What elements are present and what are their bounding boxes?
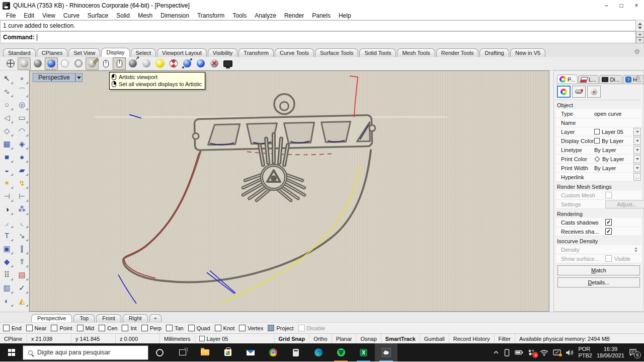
move-icon[interactable]: ↘ <box>16 229 29 242</box>
artistic-viewport-icon[interactable] <box>113 57 126 70</box>
status-segment[interactable]: SmartTrack <box>381 334 420 343</box>
mail-button[interactable] <box>239 343 262 361</box>
join-icon[interactable]: ◑ <box>1 203 14 215</box>
rendered-all-viewports-icon[interactable] <box>126 57 139 70</box>
excel-button[interactable] <box>352 343 375 361</box>
trim-icon[interactable]: ⊣ <box>1 190 14 202</box>
toolbar-tab[interactable]: Set View <box>68 48 100 57</box>
text-object-icon[interactable]: T <box>1 229 14 242</box>
property-value[interactable]: Layer 05 <box>594 129 633 135</box>
ellipsis-button[interactable]: ... <box>633 173 641 181</box>
scroll-down-icon[interactable] <box>638 27 642 29</box>
rhino-taskbar-button[interactable] <box>375 343 397 361</box>
toolbar-tab[interactable]: CPlanes <box>37 48 68 57</box>
spotlight-icon[interactable]: ◭ <box>16 295 29 307</box>
dropdown-button[interactable] <box>633 146 641 154</box>
teams-icon[interactable]: 3 <box>528 349 535 356</box>
store-button[interactable] <box>216 343 239 361</box>
dropdown-button[interactable] <box>633 164 641 172</box>
menu-item[interactable]: Panels <box>308 12 335 20</box>
match-button[interactable]: Match <box>557 265 640 275</box>
start-button[interactable] <box>0 343 23 361</box>
taskbar-search-input[interactable]: Digite aqui para pesquisar <box>23 345 148 360</box>
osnap-checkbox[interactable] <box>298 325 305 331</box>
osnap-checkbox[interactable] <box>77 325 84 331</box>
panel-gear-icon[interactable]: ⚙ <box>635 75 640 82</box>
clock[interactable]: 16:39 18/06/2021 <box>597 346 624 359</box>
viewport-tab[interactable]: Top <box>73 314 95 322</box>
calculator-button[interactable] <box>284 343 307 361</box>
insert-block-icon[interactable]: ▤ <box>16 268 29 281</box>
toolbar-tab[interactable]: Visibility <box>208 48 238 57</box>
control-points-on-icon[interactable]: ▦ <box>1 137 14 150</box>
tab-properties[interactable]: P... <box>557 75 578 84</box>
osnap-checkbox[interactable] <box>166 325 173 331</box>
property-value[interactable]: By Layer <box>594 156 633 162</box>
copy-icon[interactable]: ▣ <box>1 242 14 255</box>
history-scrollbar[interactable] <box>636 20 644 31</box>
casts-shadows-checkbox[interactable] <box>605 219 612 226</box>
flat-shade-icon[interactable] <box>194 57 207 70</box>
osnap-toggle[interactable]: Int <box>122 325 136 331</box>
array-icon[interactable]: ⠿ <box>1 268 14 281</box>
sphere-icon[interactable]: ● <box>16 151 29 163</box>
close-button[interactable]: × <box>629 0 644 11</box>
dropdown-button[interactable] <box>633 155 641 163</box>
rebuild-surface-icon[interactable]: ◈ <box>16 137 29 150</box>
osnap-checkbox[interactable] <box>268 325 274 331</box>
property-value[interactable]: By Layer <box>594 138 633 144</box>
osnap-toggle[interactable]: Quad <box>188 325 210 331</box>
raytraced-viewport-icon[interactable] <box>45 57 58 70</box>
rendered-viewport-icon[interactable] <box>31 57 44 70</box>
viewport-title[interactable]: Perspective <box>33 73 83 82</box>
status-segment[interactable]: CPlane <box>0 334 27 343</box>
status-segment[interactable]: Filter <box>495 334 515 343</box>
status-segment[interactable]: z 0.000 <box>116 334 160 343</box>
polyline-icon[interactable]: ◁ <box>1 111 14 124</box>
status-segment[interactable]: Osnap <box>356 334 381 343</box>
osnap-checkbox[interactable] <box>239 325 246 331</box>
analysis-mode-icon[interactable] <box>167 57 180 70</box>
dropdown-button[interactable] <box>633 128 641 136</box>
osnap-checkbox[interactable] <box>99 325 105 331</box>
custom-mesh-checkbox[interactable] <box>605 192 612 198</box>
toolbar-tab[interactable]: Select <box>131 48 156 57</box>
command-input[interactable]: Command: <box>0 31 636 43</box>
arc-icon[interactable]: ◠ <box>16 124 29 137</box>
toolbar-tab[interactable]: Render Tools <box>436 48 479 57</box>
raytraced-all-viewports-icon[interactable] <box>153 57 167 70</box>
viewport-tab[interactable]: Right <box>123 314 148 322</box>
osnap-toggle[interactable]: End <box>3 325 22 331</box>
osnap-toggle[interactable]: Near <box>26 325 47 331</box>
menu-item[interactable]: View <box>38 12 59 20</box>
disable-lighting-icon[interactable] <box>208 57 221 70</box>
surface-plane-icon[interactable]: ▰ <box>16 164 29 176</box>
menu-item[interactable]: Dimension <box>156 12 193 20</box>
check-objects-icon[interactable]: ✓ <box>16 281 29 294</box>
explode-icon[interactable]: ↯ <box>16 177 29 189</box>
receives-shadows-checkbox[interactable] <box>605 228 612 235</box>
property-value[interactable]: open curve <box>594 111 633 117</box>
battery-icon[interactable] <box>515 349 523 355</box>
task-view-button[interactable] <box>171 343 194 361</box>
extrude-curve-icon[interactable]: ⇑ <box>16 255 29 268</box>
hidden-icons-chevron[interactable] <box>493 349 499 355</box>
solid-tools-icon[interactable]: ◆ <box>1 255 14 268</box>
menu-item[interactable]: Render <box>280 12 308 20</box>
status-segment[interactable]: Planar <box>332 334 357 343</box>
chamfer-curve-icon[interactable]: ◟ <box>16 216 29 229</box>
status-segment[interactable]: Millimeters <box>160 334 195 343</box>
tab-display[interactable]: Di... <box>599 75 622 84</box>
language-indicator[interactable]: POR PTB2 <box>578 346 592 359</box>
viewport-tab[interactable]: Front <box>96 314 121 322</box>
osnap-toggle[interactable]: Disable <box>298 325 326 331</box>
spinner-up-button[interactable] <box>636 31 644 37</box>
osnap-checkbox[interactable] <box>122 325 128 331</box>
toolbar-tab[interactable]: Solid Tools <box>359 48 396 57</box>
shaded-viewport-icon[interactable] <box>18 57 31 70</box>
edge-button[interactable] <box>307 343 330 361</box>
fillet-curve-icon[interactable]: ◞ <box>1 216 14 229</box>
osnap-toggle[interactable]: Perp <box>141 325 162 331</box>
notifications-button[interactable]: 6 <box>629 349 637 356</box>
curve-control-points-icon[interactable]: ∿ <box>1 85 14 98</box>
